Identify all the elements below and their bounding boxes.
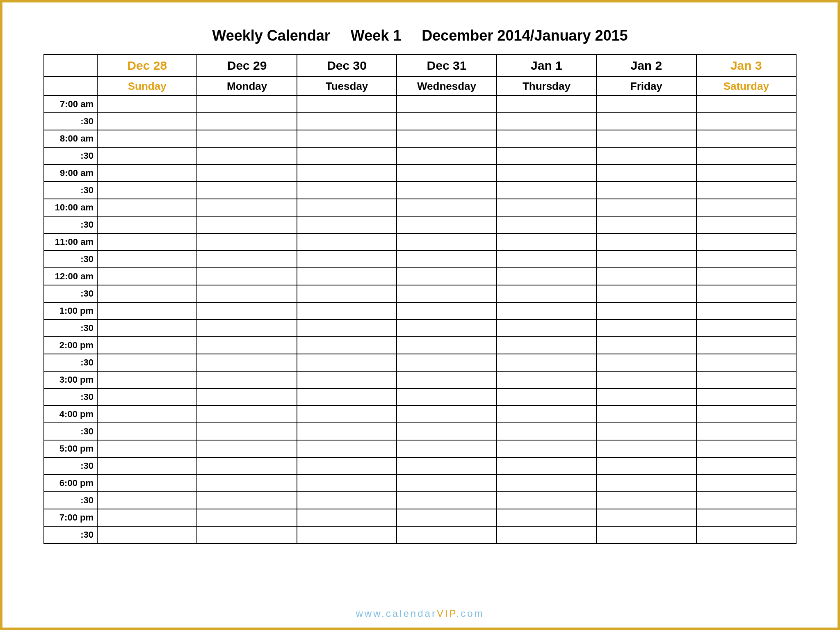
calendar-cell[interactable] [596, 251, 696, 268]
calendar-cell[interactable] [397, 337, 496, 354]
calendar-cell[interactable] [696, 233, 796, 251]
calendar-cell[interactable] [596, 302, 696, 320]
calendar-cell[interactable] [97, 526, 197, 543]
calendar-cell[interactable] [497, 457, 596, 475]
calendar-cell[interactable] [596, 423, 696, 440]
calendar-cell[interactable] [197, 492, 297, 509]
calendar-cell[interactable] [696, 457, 796, 475]
calendar-cell[interactable] [596, 337, 696, 354]
calendar-cell[interactable] [297, 526, 397, 543]
calendar-cell[interactable] [97, 423, 197, 440]
calendar-cell[interactable] [97, 199, 197, 216]
calendar-cell[interactable] [696, 440, 796, 457]
calendar-cell[interactable] [297, 406, 397, 423]
calendar-cell[interactable] [397, 113, 496, 130]
calendar-cell[interactable] [596, 147, 696, 164]
calendar-cell[interactable] [397, 509, 496, 526]
calendar-cell[interactable] [696, 423, 796, 440]
calendar-cell[interactable] [497, 406, 596, 423]
calendar-cell[interactable] [297, 475, 397, 492]
calendar-cell[interactable] [297, 216, 397, 233]
calendar-cell[interactable] [97, 164, 197, 182]
calendar-cell[interactable] [497, 113, 596, 130]
calendar-cell[interactable] [197, 526, 297, 543]
calendar-cell[interactable] [696, 371, 796, 388]
calendar-cell[interactable] [497, 216, 596, 233]
calendar-cell[interactable] [596, 526, 696, 543]
calendar-cell[interactable] [197, 388, 297, 406]
calendar-cell[interactable] [297, 440, 397, 457]
calendar-cell[interactable] [97, 406, 197, 423]
calendar-cell[interactable] [197, 475, 297, 492]
calendar-cell[interactable] [497, 423, 596, 440]
calendar-cell[interactable] [397, 492, 496, 509]
calendar-cell[interactable] [397, 164, 496, 182]
calendar-cell[interactable] [397, 406, 496, 423]
calendar-cell[interactable] [596, 440, 696, 457]
calendar-cell[interactable] [397, 199, 496, 216]
calendar-cell[interactable] [696, 302, 796, 320]
calendar-cell[interactable] [397, 457, 496, 475]
calendar-cell[interactable] [197, 164, 297, 182]
calendar-cell[interactable] [497, 96, 596, 113]
calendar-cell[interactable] [97, 475, 197, 492]
calendar-cell[interactable] [197, 320, 297, 337]
calendar-cell[interactable] [197, 182, 297, 199]
calendar-cell[interactable] [596, 233, 696, 251]
calendar-cell[interactable] [596, 216, 696, 233]
calendar-cell[interactable] [596, 285, 696, 302]
calendar-cell[interactable] [497, 199, 596, 216]
calendar-cell[interactable] [197, 216, 297, 233]
calendar-cell[interactable] [696, 216, 796, 233]
calendar-cell[interactable] [596, 113, 696, 130]
calendar-cell[interactable] [97, 216, 197, 233]
calendar-cell[interactable] [297, 457, 397, 475]
calendar-cell[interactable] [197, 423, 297, 440]
calendar-cell[interactable] [97, 388, 197, 406]
calendar-cell[interactable] [497, 475, 596, 492]
calendar-cell[interactable] [297, 354, 397, 371]
calendar-cell[interactable] [197, 337, 297, 354]
calendar-cell[interactable] [397, 96, 496, 113]
calendar-cell[interactable] [297, 337, 397, 354]
calendar-cell[interactable] [397, 268, 496, 285]
calendar-cell[interactable] [297, 371, 397, 388]
calendar-cell[interactable] [696, 492, 796, 509]
calendar-cell[interactable] [297, 251, 397, 268]
calendar-cell[interactable] [696, 199, 796, 216]
calendar-cell[interactable] [197, 251, 297, 268]
calendar-cell[interactable] [497, 509, 596, 526]
calendar-cell[interactable] [596, 182, 696, 199]
calendar-cell[interactable] [397, 526, 496, 543]
calendar-cell[interactable] [297, 164, 397, 182]
calendar-cell[interactable] [297, 233, 397, 251]
calendar-cell[interactable] [596, 268, 696, 285]
calendar-cell[interactable] [497, 268, 596, 285]
calendar-cell[interactable] [97, 337, 197, 354]
calendar-cell[interactable] [197, 371, 297, 388]
calendar-cell[interactable] [497, 251, 596, 268]
calendar-cell[interactable] [696, 268, 796, 285]
calendar-cell[interactable] [696, 509, 796, 526]
calendar-cell[interactable] [696, 475, 796, 492]
calendar-cell[interactable] [596, 492, 696, 509]
calendar-cell[interactable] [397, 302, 496, 320]
calendar-cell[interactable] [297, 96, 397, 113]
calendar-cell[interactable] [497, 388, 596, 406]
calendar-cell[interactable] [397, 388, 496, 406]
calendar-cell[interactable] [97, 96, 197, 113]
calendar-cell[interactable] [497, 354, 596, 371]
calendar-cell[interactable] [297, 423, 397, 440]
calendar-cell[interactable] [197, 130, 297, 147]
calendar-cell[interactable] [397, 233, 496, 251]
calendar-cell[interactable] [596, 354, 696, 371]
calendar-cell[interactable] [97, 182, 197, 199]
calendar-cell[interactable] [497, 526, 596, 543]
calendar-cell[interactable] [497, 147, 596, 164]
calendar-cell[interactable] [97, 147, 197, 164]
calendar-cell[interactable] [696, 388, 796, 406]
calendar-cell[interactable] [696, 320, 796, 337]
calendar-cell[interactable] [197, 147, 297, 164]
calendar-cell[interactable] [596, 509, 696, 526]
calendar-cell[interactable] [596, 320, 696, 337]
